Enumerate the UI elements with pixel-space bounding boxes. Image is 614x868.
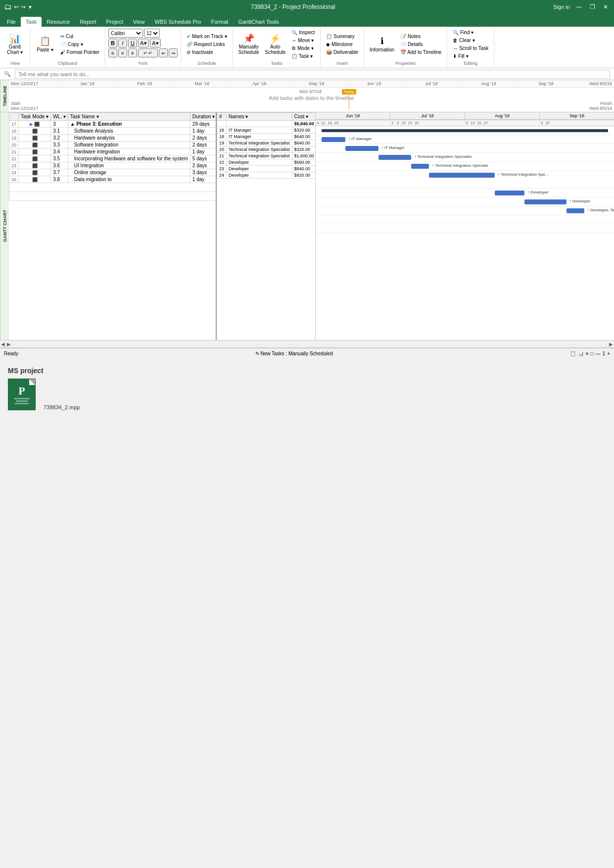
format-pointer-button[interactable]: 🖌 Format Pointer <box>58 48 102 56</box>
scroll-to-task-button[interactable]: ↔ Scroll to Task <box>450 45 491 52</box>
view-list-icon[interactable]: ≡ <box>586 351 589 356</box>
align-right-button[interactable]: ≡ <box>128 48 137 57</box>
clear-button[interactable]: 🗑 Clear ▾ <box>450 37 491 44</box>
close-button[interactable]: ✕ <box>601 3 610 10</box>
group-properties: ℹ Information 📝 Notes 📄 Details 📅 Add to… <box>364 28 447 67</box>
quick-access-redo[interactable]: ↪ <box>21 3 26 10</box>
res-col-num[interactable]: # <box>217 113 227 121</box>
row-mode: ⬛ <box>19 135 51 142</box>
paste-icon: 📋 <box>40 36 50 47</box>
timeline-months: Jan '18 Feb '18 Mar '18 Apr '18 May '18 … <box>58 81 574 86</box>
col-duration[interactable]: Duration ▾ <box>190 113 217 121</box>
row-mode: ▶ ⬛ <box>19 121 51 128</box>
wrap-text-button[interactable]: ↵ ↵ <box>138 48 158 57</box>
tab-format[interactable]: Format <box>206 17 234 27</box>
resource-row: 16 IT Manager $320.00 <box>217 127 316 134</box>
file-icon-container: P <box>8 379 40 410</box>
table-row[interactable]: 23 ⬛ 3.6 UI Integration 2 days Thu 8/9/1… <box>9 162 217 169</box>
scroll-left-arrow[interactable]: ◀ <box>0 341 6 347</box>
view-normal-icon[interactable]: 📋 <box>570 351 576 356</box>
scroll-right-arrow[interactable]: ▶ <box>6 341 12 347</box>
font-group-label: Font <box>139 60 147 66</box>
inspect-button[interactable]: 🔍 Inspect <box>289 29 317 36</box>
task-button[interactable]: 📋 Task ▾ <box>289 52 317 60</box>
tab-project[interactable]: Project <box>101 17 128 27</box>
gantt-chart-button[interactable]: 📊 GanttChart ▾ <box>3 32 27 57</box>
view-gantt-icon[interactable]: 📊 <box>578 351 584 356</box>
indent-button[interactable]: ⇒ <box>169 48 178 57</box>
tasks-group-label: Tasks <box>271 60 283 66</box>
col-task-mode[interactable]: Task Mode ▾ <box>19 113 51 121</box>
row-id: 22 <box>9 155 19 162</box>
mode-button[interactable]: ⚙ Mode ▾ <box>289 45 317 52</box>
col-wl[interactable]: WL. ▾ <box>51 113 68 121</box>
table-row[interactable]: 17 ▶ ⬛ 3 ▲ Phase 3: Execution 29 days We… <box>9 121 217 128</box>
quick-access-undo[interactable]: ↩ <box>14 3 19 10</box>
highlight-button[interactable]: A▾ <box>150 39 161 48</box>
gantt-row-19: ↑ IT Manager <box>316 144 614 153</box>
gantt-row-24: ↑ Developer <box>316 197 614 206</box>
gantt-bar-25 <box>567 208 584 213</box>
table-row[interactable]: 25 ⬛ 3.8 Data migration to 1 day Thu 8/1… <box>9 176 217 183</box>
bold-button[interactable]: B <box>108 39 117 48</box>
group-font: Calibri 12 B I U A▾ A▾ ≡ ≡ ≡ ↵ ↵ ⇐ ⇒ <box>105 28 181 67</box>
font-name-select[interactable]: Calibri <box>108 29 143 38</box>
align-left-button[interactable]: ≡ <box>108 48 117 57</box>
minimize-button[interactable]: — <box>574 3 584 10</box>
font-size-select[interactable]: 12 <box>144 29 160 38</box>
tab-report[interactable]: Report <box>75 17 101 27</box>
tab-gantt-chart-tools[interactable]: GanttChart Tools <box>233 17 283 27</box>
details-button[interactable]: 📄 Details <box>398 41 444 48</box>
paste-label: Paste ▾ <box>37 47 53 52</box>
res-col-cost[interactable]: Cost ▾ <box>292 113 316 121</box>
restore-button[interactable]: ❐ <box>588 3 597 10</box>
find-button[interactable]: 🔍 Find ▾ <box>450 29 491 36</box>
tab-view[interactable]: View <box>128 17 150 27</box>
inactivate-button[interactable]: ⊘ Inactivate <box>184 48 230 56</box>
table-row[interactable]: 22 ⬛ 3.5 Incorporating Hardware and soft… <box>9 155 217 162</box>
copy-button[interactable]: 📄 Copy ▾ <box>58 41 102 48</box>
deliverable-button[interactable]: 📦 Deliverable <box>324 48 361 56</box>
scroll-right-arrow2[interactable]: ▶ <box>608 341 614 347</box>
table-row[interactable]: 19 ⬛ 3.2 Hardware analysis 2 days Thu 7/… <box>9 135 217 142</box>
add-to-timeline-button[interactable]: 📅 Add to Timeline <box>398 48 444 56</box>
information-button[interactable]: ℹ Information <box>367 35 397 54</box>
search-input[interactable] <box>15 70 610 79</box>
quick-access-more[interactable]: ▼ <box>28 4 33 10</box>
table-row[interactable]: 21 ⬛ 3.4 Hardware integration 1 day Wed … <box>9 148 217 155</box>
tab-task[interactable]: Task <box>21 17 42 27</box>
align-center-button[interactable]: ≡ <box>118 48 127 57</box>
summary-button[interactable]: 📋 Summary <box>324 33 361 40</box>
res-col-names[interactable]: Names ▾ <box>227 113 292 121</box>
gantt-month-sep: Sep '18 <box>540 112 614 119</box>
view-page-icon[interactable]: □ <box>591 351 594 356</box>
table-row[interactable]: 24 ⬛ 3.7 Online storage 3 days Mon 8/13/… <box>9 169 217 176</box>
italic-button[interactable]: I <box>118 39 127 48</box>
row-task-name: Software Integration <box>68 142 190 148</box>
respect-links-button[interactable]: 🔗 Respect Links <box>184 41 230 48</box>
outdent-button[interactable]: ⇐ <box>159 48 168 57</box>
notes-button[interactable]: 📝 Notes <box>398 33 444 40</box>
col-task-name[interactable]: Task Name ▾ <box>68 113 190 121</box>
tab-wbs[interactable]: WBS Schedule Pro <box>149 17 206 27</box>
font-color-button[interactable]: A▾ <box>138 39 149 48</box>
fill-button[interactable]: ⬇ Fill ▾ <box>450 52 491 60</box>
editing-group-label: Editing <box>464 60 478 66</box>
move-button[interactable]: ↔ Move ▾ <box>289 37 317 44</box>
tab-resource[interactable]: Resource <box>42 17 75 27</box>
row-wl: 3.5 <box>51 155 68 162</box>
milestone-button[interactable]: ◆ Milestone <box>324 41 361 48</box>
sign-in-link[interactable]: Sign in <box>553 4 570 10</box>
tab-file[interactable]: File <box>2 17 21 27</box>
gantt-chart-icon: 📊 <box>9 34 20 45</box>
cut-button[interactable]: ✂ Cut <box>58 33 102 40</box>
table-row[interactable]: 18 ⬛ 3.1 Software Analysis 1 day Wed 7/2… <box>9 128 217 135</box>
table-row[interactable]: 20 ⬛ 3.3 Software Integration 2 days Mon… <box>9 142 217 148</box>
underline-button[interactable]: U <box>128 39 137 48</box>
paste-button[interactable]: 📋 Paste ▾ <box>33 35 57 54</box>
zoom-plus[interactable]: + <box>607 351 610 356</box>
manually-schedule-button[interactable]: 📌 ManuallySchedule <box>236 32 262 57</box>
gantt-table-area[interactable]: Task Mode ▾ WL. ▾ Task Name ▾ Duration ▾… <box>9 112 217 340</box>
mark-on-track-button[interactable]: ✓ Mark on Track ▾ <box>184 33 230 40</box>
auto-schedule-button[interactable]: ⚡ AutoSchedule <box>263 32 288 57</box>
